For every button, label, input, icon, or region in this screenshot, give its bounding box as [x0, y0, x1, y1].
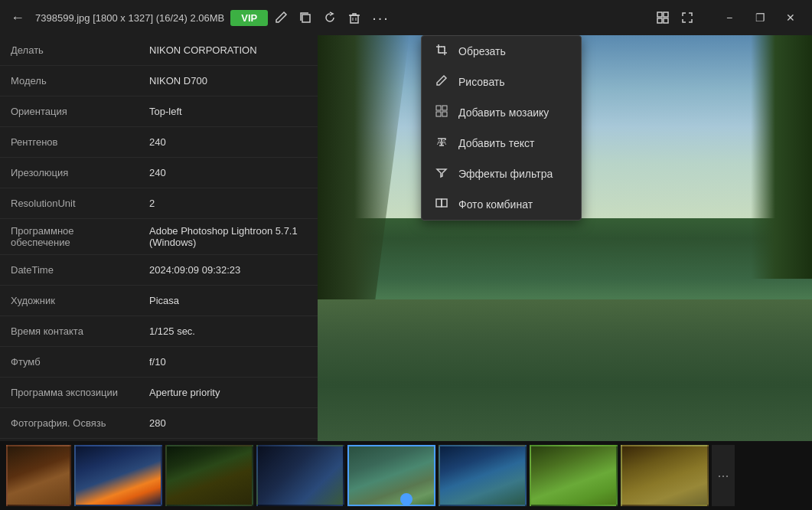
menu-label-crop: Обрезать: [458, 45, 506, 57]
svg-rect-4: [657, 18, 662, 23]
metadata-row-9: Время контакта 1/125 sec.: [0, 316, 318, 347]
mosaic-icon: [434, 105, 449, 120]
meta-value-12: 280: [142, 411, 318, 435]
menu-label-mosaic: Добавить мозаику: [458, 106, 549, 119]
meta-value-5: 2: [142, 191, 318, 215]
svg-text:AA: AA: [437, 139, 446, 146]
metadata-row-8: Художник Picasa: [0, 286, 318, 316]
thumbnail-1[interactable]: [6, 445, 71, 506]
menu-label-filter: Эффекты фильтра: [458, 168, 553, 180]
more-icon[interactable]: ···: [372, 9, 390, 27]
combine-icon: [434, 197, 449, 212]
meta-key-9: Время контакта: [0, 319, 142, 343]
meta-key-12: Фотография. Освязь: [0, 411, 142, 435]
draw-icon: [434, 74, 449, 90]
crop-icon: [434, 44, 449, 59]
svg-rect-3: [664, 12, 668, 17]
meta-value-7: 2024:09:09 09:32:23: [142, 258, 318, 282]
metadata-row-3: Рентгенов 240: [0, 127, 318, 158]
thumbnail-3[interactable]: [165, 445, 253, 506]
thumbnail-4[interactable]: [256, 445, 344, 506]
metadata-row-10: Фтумб f/10: [0, 347, 318, 378]
meta-key-1: Модель: [0, 69, 142, 93]
delete-icon[interactable]: [347, 11, 361, 25]
thumbnail-5-active[interactable]: [347, 445, 435, 506]
filename: 7398599.jpg: [35, 12, 90, 24]
filesize: 2.06MB: [190, 12, 224, 24]
menu-item-filter[interactable]: Эффекты фильтра: [422, 159, 581, 189]
grid-view-icon[interactable]: [656, 11, 670, 25]
meta-value-0: NIKON CORPORATION: [142, 38, 318, 62]
meta-value-6: Adobe Photoshop Lightroon 5.7.1 (Windows…: [142, 219, 318, 254]
back-button[interactable]: ←: [6, 7, 29, 29]
filmstrip: ···: [0, 441, 812, 510]
metadata-row-2: Ориентация Top-left: [0, 96, 318, 127]
metadata-row-5: ResolutionUnit 2: [0, 188, 318, 219]
main-content: Делать NIKON CORPORATION Модель NIKON D7…: [0, 35, 812, 441]
meta-value-11: Aperture priority: [142, 381, 318, 404]
meta-key-3: Рентгенов: [0, 130, 142, 154]
meta-value-2: Top-left: [142, 100, 318, 123]
metadata-row-6: Программное обеспечение Adobe Photoshop …: [0, 219, 318, 255]
toolbar-icons: ···: [274, 9, 390, 27]
metadata-row-4: Ирезолюция 240: [0, 158, 318, 188]
svg-rect-1: [351, 15, 358, 23]
svg-rect-6: [439, 47, 445, 53]
metadata-panel: Делать NIKON CORPORATION Модель NIKON D7…: [0, 35, 318, 441]
thumbnail-7[interactable]: [530, 445, 618, 506]
context-menu: Обрезать Рисовать: [421, 35, 582, 221]
menu-item-draw[interactable]: Рисовать: [422, 67, 581, 97]
meta-key-7: DateTime: [0, 258, 142, 282]
thumbnail-2[interactable]: [74, 445, 162, 506]
metadata-row-1: Модель NIKON D700: [0, 66, 318, 96]
metadata-row-7: DateTime 2024:09:09 09:32:23: [0, 255, 318, 286]
menu-label-draw: Рисовать: [458, 76, 505, 88]
svg-rect-7: [436, 106, 441, 110]
svg-rect-12: [436, 199, 442, 207]
svg-rect-2: [657, 12, 662, 17]
restore-button[interactable]: ❐: [745, 0, 775, 35]
meta-key-2: Ориентация: [0, 100, 142, 123]
meta-value-3: 240: [142, 130, 318, 154]
water-element: [318, 299, 812, 442]
text-icon: AA: [434, 136, 449, 151]
image-panel: Обрезать Рисовать: [318, 35, 812, 441]
filter-icon: [434, 166, 449, 181]
meta-value-8: Picasa: [142, 289, 318, 312]
thumbnail-6[interactable]: [439, 445, 527, 506]
edit-icon[interactable]: [274, 11, 288, 25]
menu-item-combine[interactable]: Фото комбинат: [422, 189, 581, 220]
vip-badge: VIP: [230, 10, 268, 26]
meta-key-6: Программное обеспечение: [0, 219, 142, 254]
filmstrip-more[interactable]: ···: [712, 445, 735, 506]
title-bar-left: ← 7398599.jpg [1800 x 1327] (16/24) 2.06…: [6, 7, 650, 29]
menu-item-mosaic[interactable]: Добавить мозаику: [422, 97, 581, 128]
count: (16/24): [156, 12, 188, 24]
close-button[interactable]: ✕: [775, 0, 806, 35]
svg-rect-9: [436, 112, 441, 116]
menu-label-combine: Фото комбинат: [458, 198, 533, 211]
filename-label: 7398599.jpg [1800 x 1327] (16/24) 2.06MB: [35, 12, 224, 24]
svg-rect-8: [442, 106, 447, 110]
meta-value-10: f/10: [142, 350, 318, 374]
expand-icon[interactable]: [680, 11, 694, 25]
tree-right-element: [751, 35, 812, 279]
meta-key-0: Делать: [0, 38, 142, 62]
title-bar: ← 7398599.jpg [1800 x 1327] (16/24) 2.06…: [0, 0, 812, 35]
svg-rect-13: [442, 199, 447, 207]
menu-item-crop[interactable]: Обрезать: [422, 36, 581, 67]
scroll-indicator: [400, 493, 413, 505]
meta-key-11: Программа экспозиции: [0, 381, 142, 404]
metadata-row-11: Программа экспозиции Aperture priority: [0, 378, 318, 408]
meta-value-4: 240: [142, 161, 318, 185]
meta-value-1: NIKON D700: [142, 69, 318, 93]
thumbnail-8[interactable]: [621, 445, 709, 506]
menu-item-text[interactable]: AA Добавить текст: [422, 128, 581, 159]
refresh-icon[interactable]: [323, 11, 337, 25]
minimize-button[interactable]: −: [714, 0, 745, 35]
window-controls: − ❐ ✕: [714, 0, 806, 35]
copy-icon[interactable]: [298, 11, 312, 25]
meta-key-5: ResolutionUnit: [0, 191, 142, 215]
menu-label-text: Добавить текст: [458, 137, 535, 149]
meta-key-4: Ирезолюция: [0, 161, 142, 185]
